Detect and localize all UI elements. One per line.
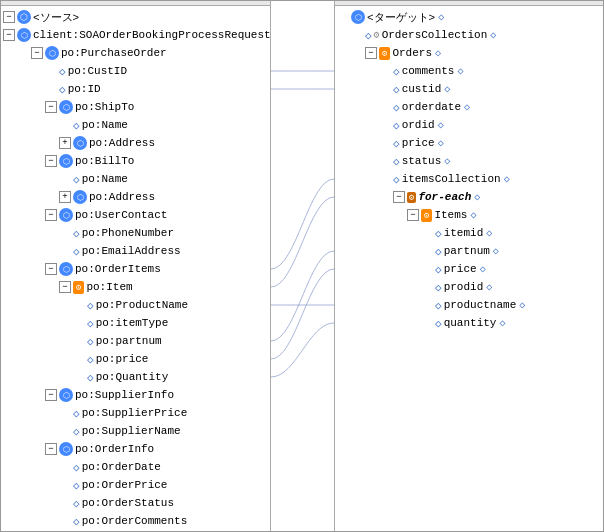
node-label: orderdate <box>402 101 461 113</box>
left-tree-node[interactable]: +⬡po:Address <box>1 188 270 206</box>
field-icon: ◇ <box>59 83 66 96</box>
right-tree-node[interactable]: ◇prodid◇ <box>335 278 603 296</box>
node-label: po:UserContact <box>75 209 167 221</box>
left-tree-node[interactable]: −⬡po:PurchaseOrder <box>1 44 270 62</box>
field-icon: ◇ <box>73 407 80 420</box>
field-right-icon: ◇ <box>435 281 442 294</box>
left-tree-node[interactable]: ◇po:PhoneNumber <box>1 224 270 242</box>
left-tree-node[interactable]: ◇po:OrderPrice <box>1 476 270 494</box>
expand-button[interactable]: − <box>45 209 57 221</box>
right-connector: ◇ <box>519 299 525 311</box>
node-label: status <box>402 155 442 167</box>
left-tree-node[interactable]: ◇po:price <box>1 350 270 368</box>
right-connector: ◇ <box>474 191 480 203</box>
node-label: <ターゲット> <box>367 10 435 25</box>
right-tree-node[interactable]: ◇itemid◇ <box>335 224 603 242</box>
right-tree-node[interactable]: ◇custid◇ <box>335 80 603 98</box>
expand-button[interactable]: − <box>45 101 57 113</box>
left-tree-node[interactable]: ◇po:OrderStatus <box>1 494 270 512</box>
left-tree-node[interactable]: −⬡po:OrderItems <box>1 260 270 278</box>
right-tree-node[interactable]: ◇quantity◇ <box>335 314 603 332</box>
right-tree-node[interactable]: ◇orderdate◇ <box>335 98 603 116</box>
right-tree-node[interactable]: ◇comments◇ <box>335 62 603 80</box>
field-right-icon: ◇ <box>393 65 400 78</box>
expand-button[interactable]: − <box>3 29 15 41</box>
left-tree-node[interactable]: ◇po:partnum <box>1 332 270 350</box>
left-tree-node[interactable]: ◇po:OrderComments <box>1 512 270 530</box>
left-tree-node[interactable]: −⬡po:UserContact <box>1 206 270 224</box>
field-right-icon: ◇ <box>435 299 442 312</box>
complex-icon: ⬡ <box>59 208 73 222</box>
left-tree-node[interactable]: ◇po:Name <box>1 170 270 188</box>
complex-icon: ⬡ <box>73 190 87 204</box>
field-icon: ◇ <box>87 299 94 312</box>
right-connector: ◇ <box>499 317 505 329</box>
right-tree-node[interactable]: ◇status◇ <box>335 152 603 170</box>
field-icon: ◇ <box>87 335 94 348</box>
field-icon: ◇ <box>87 371 94 384</box>
field-right-icon: ◇ <box>365 29 372 42</box>
left-tree-node[interactable]: ◇po:SupplierPrice <box>1 404 270 422</box>
right-tree-node[interactable]: ◇price◇ <box>335 134 603 152</box>
left-tree-node[interactable]: −⚙po:Item <box>1 278 270 296</box>
left-tree-node[interactable]: ◇po:SupplierName <box>1 422 270 440</box>
expand-button[interactable]: − <box>393 191 405 203</box>
left-tree-node[interactable]: ◇po:ID <box>1 80 270 98</box>
node-label: po:partnum <box>96 335 162 347</box>
expand-button[interactable]: − <box>365 47 377 59</box>
left-tree-node[interactable]: ◇po:EmailAddress <box>1 242 270 260</box>
right-tree-node[interactable]: ◇partnum◇ <box>335 242 603 260</box>
root-icon: ⬡ <box>17 10 31 24</box>
expand-button[interactable]: − <box>3 11 15 23</box>
expand-button[interactable]: + <box>59 191 71 203</box>
right-tree-node[interactable]: ◇itemsCollection◇ <box>335 170 603 188</box>
left-tree-node[interactable]: ◇po:OrderDate <box>1 458 270 476</box>
expand-button[interactable]: − <box>31 47 43 59</box>
right-tree-node[interactable]: −⚙for-each◇ <box>335 188 603 206</box>
node-label: po:SupplierName <box>82 425 181 437</box>
right-tree-node[interactable]: ◇ordid◇ <box>335 116 603 134</box>
right-tree-node[interactable]: ◇price◇ <box>335 260 603 278</box>
right-connector: ◇ <box>504 173 510 185</box>
expand-button[interactable]: − <box>45 389 57 401</box>
left-tree-node[interactable]: −⬡po:ShipTo <box>1 98 270 116</box>
expand-button[interactable]: − <box>407 209 419 221</box>
right-tree-node[interactable]: −⚙Items◇ <box>335 206 603 224</box>
orange-icon: ⚙ <box>73 281 84 294</box>
field-right-icon: ◇ <box>393 83 400 96</box>
left-panel-content[interactable]: −⬡<ソース>−⬡client:SOAOrderBookingProcessRe… <box>1 6 270 531</box>
left-tree-node[interactable]: −⬡po:SupplierInfo <box>1 386 270 404</box>
left-tree-node[interactable]: −⬡po:OrderInfo <box>1 440 270 458</box>
expand-button[interactable]: − <box>45 155 57 167</box>
field-icon: ◇ <box>73 119 80 132</box>
connection-panel <box>271 1 335 531</box>
expand-button[interactable]: − <box>59 281 71 293</box>
field-icon: ◇ <box>73 245 80 258</box>
right-tree-node[interactable]: ◇productname◇ <box>335 296 603 314</box>
expand-button[interactable]: + <box>59 137 71 149</box>
left-tree-node[interactable]: +⬡po:Address <box>1 134 270 152</box>
right-connector: ◇ <box>464 101 470 113</box>
left-tree-node[interactable]: ◇po:Name <box>1 116 270 134</box>
right-tree-node[interactable]: −⚙Orders◇ <box>335 44 603 62</box>
node-label: po:ShipTo <box>75 101 134 113</box>
left-tree-node[interactable]: ◇po:ProductName <box>1 296 270 314</box>
left-tree-node[interactable]: −⬡client:SOAOrderBookingProcessRequest <box>1 26 270 44</box>
left-tree-node[interactable]: ◇po:CustID <box>1 62 270 80</box>
node-label: po:Address <box>89 137 155 149</box>
left-tree-node[interactable]: −⬡po:BillTo <box>1 152 270 170</box>
node-label: for-each <box>418 191 471 203</box>
right-tree-node[interactable]: ⬡<ターゲット>◇ <box>335 8 603 26</box>
right-panel-content[interactable]: ⬡<ターゲット>◇◇⚙OrdersCollection◇−⚙Orders◇◇co… <box>335 6 603 531</box>
left-tree-node[interactable]: ◇po:Quantity <box>1 368 270 386</box>
left-tree-node[interactable]: ◇po:itemType <box>1 314 270 332</box>
left-tree-node[interactable]: ◇po:ApprovalRequired <box>1 530 270 531</box>
left-tree-node[interactable]: −⬡<ソース> <box>1 8 270 26</box>
right-tree-node[interactable]: ◇⚙OrdersCollection◇ <box>335 26 603 44</box>
expand-button[interactable]: − <box>45 443 57 455</box>
field-right-icon: ◇ <box>393 119 400 132</box>
field-right-icon: ◇ <box>435 263 442 276</box>
field-right-icon: ◇ <box>393 155 400 168</box>
complex-icon: ⬡ <box>59 388 73 402</box>
expand-button[interactable]: − <box>45 263 57 275</box>
